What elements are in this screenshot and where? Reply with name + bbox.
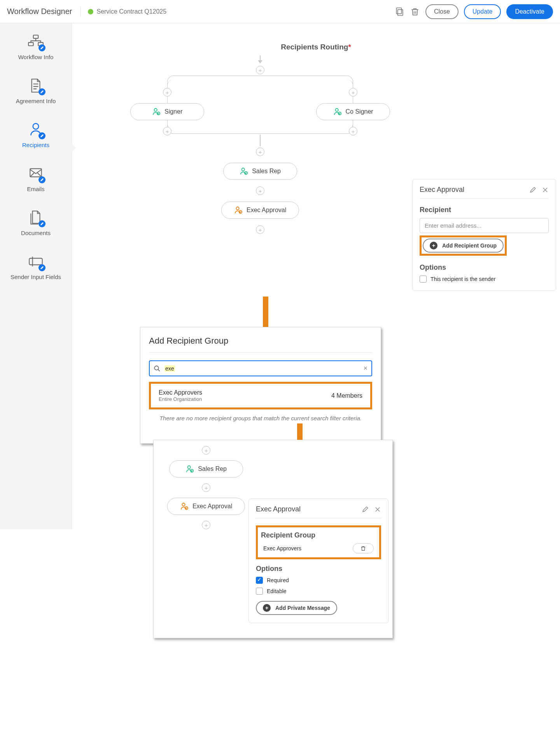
search-query-text: exe bbox=[164, 365, 175, 372]
sidebar-item-documents[interactable]: Documents bbox=[21, 209, 51, 236]
options-heading: Options bbox=[420, 263, 549, 272]
edit-icon[interactable] bbox=[362, 506, 369, 513]
plus-icon: + bbox=[430, 242, 438, 249]
checkbox-label: This recipient is the sender bbox=[430, 276, 495, 282]
sidebar-item-label: Agreement Info bbox=[16, 98, 56, 104]
highlight-group: Recipient Group Exec Approvers bbox=[256, 525, 381, 529]
clear-search-icon[interactable]: × bbox=[363, 364, 368, 372]
recipient-email-input[interactable] bbox=[420, 218, 549, 233]
recipient-node-salesrep[interactable]: Sales Rep bbox=[169, 460, 243, 478]
sidebar-item-label: Emails bbox=[27, 186, 44, 192]
node-label: Signer bbox=[164, 108, 182, 115]
add-node-button[interactable]: + bbox=[202, 521, 210, 529]
add-recipient-group-button[interactable]: + Add Recipient Group bbox=[423, 239, 504, 253]
sidebar-item-workflow-info[interactable]: Workflow Info bbox=[18, 33, 54, 60]
result-members: 4 Members bbox=[331, 392, 362, 399]
add-node-button[interactable]: + bbox=[202, 446, 210, 455]
panel-title: Exec Approval bbox=[256, 505, 301, 513]
edit-badge-icon bbox=[38, 44, 46, 51]
trash-icon[interactable] bbox=[410, 7, 420, 17]
add-node-button[interactable]: + bbox=[349, 88, 357, 97]
svg-rect-7 bbox=[29, 258, 42, 265]
app-title: Workflow Designer bbox=[7, 7, 72, 16]
svg-rect-0 bbox=[396, 8, 401, 14]
svg-point-14 bbox=[236, 207, 239, 210]
add-node-button[interactable]: + bbox=[256, 66, 264, 74]
result-name: Exec Approvers bbox=[159, 389, 202, 396]
no-more-results-text: There are no more recipient groups that … bbox=[149, 415, 372, 421]
dialog-divider bbox=[149, 352, 372, 353]
add-node-button[interactable]: + bbox=[256, 225, 264, 234]
recipient-node-signer[interactable]: Signer bbox=[130, 103, 204, 120]
node-label: Exec Approval bbox=[192, 503, 232, 510]
recipient-node-execapproval[interactable]: Exec Approval bbox=[221, 202, 299, 219]
add-recipient-group-dialog: Add Recipient Group exe × Exec Approvers… bbox=[140, 327, 381, 444]
recipient-heading: Recipient bbox=[420, 206, 549, 214]
group-search-input[interactable]: exe × bbox=[149, 360, 372, 376]
status-dot-active bbox=[88, 9, 93, 14]
panel-title: Exec Approval bbox=[420, 186, 464, 194]
node-label: Co Signer bbox=[346, 108, 373, 115]
add-node-button[interactable]: + bbox=[163, 127, 172, 135]
svg-point-10 bbox=[335, 109, 338, 111]
result-scope: Entire Organization bbox=[159, 396, 202, 402]
sidebar-item-recipients[interactable]: Recipients bbox=[22, 121, 49, 148]
add-node-button[interactable]: + bbox=[256, 148, 264, 156]
sidebar-caret-icon bbox=[72, 144, 76, 152]
sidebar-item-label: Sender Input Fields bbox=[10, 274, 61, 280]
sidebar-item-label: Workflow Info bbox=[18, 54, 54, 60]
checkbox-sender[interactable] bbox=[420, 276, 427, 283]
close-icon[interactable] bbox=[374, 506, 381, 513]
node-label: Sales Rep bbox=[252, 168, 281, 175]
workflow-name: Service Contract Q12025 bbox=[96, 8, 166, 15]
svg-rect-2 bbox=[33, 35, 38, 38]
recipient-node-salesrep[interactable]: Sales Rep bbox=[223, 163, 297, 180]
flow-connector bbox=[260, 55, 261, 63]
svg-rect-1 bbox=[398, 9, 403, 15]
sidebar-item-label: Recipients bbox=[22, 142, 49, 148]
add-node-button[interactable]: + bbox=[163, 88, 172, 97]
exec-approval-panel-2: Exec Approval Recipient Group Exec Appro… bbox=[248, 499, 388, 529]
sidebar-item-sender-input-fields[interactable]: Sender Input Fields bbox=[10, 253, 61, 280]
duplicate-icon[interactable] bbox=[394, 7, 404, 17]
search-icon bbox=[154, 365, 161, 372]
node-label: Exec Approval bbox=[247, 207, 286, 214]
edit-icon[interactable] bbox=[529, 186, 536, 193]
close-button[interactable]: Close bbox=[425, 4, 458, 19]
recipient-node-cosigner[interactable]: Co Signer bbox=[316, 103, 390, 120]
add-node-button[interactable]: + bbox=[202, 483, 210, 492]
svg-point-12 bbox=[242, 168, 245, 171]
dialog-title: Add Recipient Group bbox=[149, 336, 372, 346]
routing-title: Recipients Routing* bbox=[84, 43, 548, 51]
node-label: Sales Rep bbox=[198, 465, 227, 472]
flow-connector bbox=[260, 135, 261, 146]
sidebar: Workflow Info Agreement Info Recipients bbox=[0, 23, 72, 529]
update-button[interactable]: Update bbox=[464, 4, 501, 19]
close-icon[interactable] bbox=[542, 186, 549, 193]
highlight-add-group: + Add Recipient Group bbox=[420, 235, 507, 256]
svg-point-17 bbox=[188, 466, 191, 469]
recipient-node-execapproval[interactable]: Exec Approval bbox=[167, 498, 245, 515]
secondary-canvas: + Sales Rep + Exec Approval + Exec Appro… bbox=[153, 440, 393, 529]
sidebar-item-label: Documents bbox=[21, 230, 51, 236]
header-divider bbox=[80, 7, 81, 17]
group-result-row[interactable]: Exec Approvers Entire Organization 4 Mem… bbox=[149, 382, 372, 409]
add-node-button[interactable]: + bbox=[256, 186, 264, 195]
svg-point-5 bbox=[33, 123, 39, 129]
svg-point-8 bbox=[154, 109, 157, 111]
exec-approval-panel: Exec Approval Recipient + Add Recipient … bbox=[412, 179, 556, 291]
deactivate-button[interactable]: Deactivate bbox=[506, 4, 553, 19]
add-node-button[interactable]: + bbox=[349, 127, 357, 135]
svg-point-19 bbox=[182, 503, 185, 506]
svg-rect-3 bbox=[28, 42, 33, 46]
sidebar-item-emails[interactable]: Emails bbox=[27, 165, 44, 192]
sidebar-item-agreement-info[interactable]: Agreement Info bbox=[16, 77, 56, 104]
svg-point-16 bbox=[154, 366, 159, 370]
